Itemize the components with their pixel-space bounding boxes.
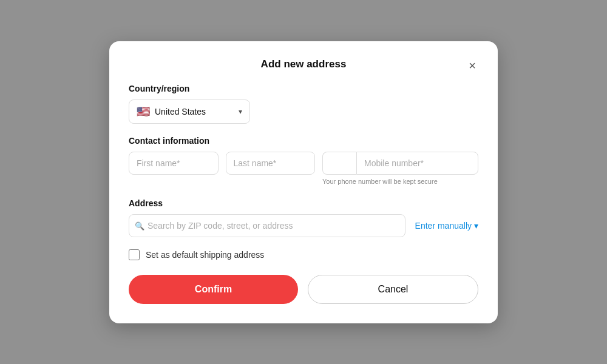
first-name-input[interactable] bbox=[129, 152, 219, 175]
modal-backdrop: Add new address × Country/region 🇺🇸 Unit… bbox=[0, 0, 607, 364]
modal-title: Add new address bbox=[261, 58, 347, 70]
last-name-input[interactable] bbox=[226, 152, 316, 175]
buttons-row: Confirm Cancel bbox=[129, 275, 478, 304]
enter-manually-label: Enter manually bbox=[415, 221, 472, 231]
close-button[interactable]: × bbox=[466, 57, 478, 74]
chevron-down-icon: ▾ bbox=[239, 107, 242, 116]
default-shipping-label[interactable]: Set as default shipping address bbox=[146, 250, 264, 260]
flag-icon: 🇺🇸 bbox=[137, 105, 150, 118]
enter-manually-chevron-icon: ▾ bbox=[474, 221, 478, 231]
phone-inputs: +1 bbox=[322, 152, 478, 175]
add-address-modal: Add new address × Country/region 🇺🇸 Unit… bbox=[109, 41, 498, 323]
default-shipping-checkbox[interactable] bbox=[129, 249, 140, 260]
cancel-button[interactable]: Cancel bbox=[308, 275, 478, 304]
phone-code-input[interactable]: +1 bbox=[322, 152, 356, 175]
contact-row: +1 Your phone number will be kept secure bbox=[129, 152, 478, 185]
phone-number-input[interactable] bbox=[356, 152, 478, 175]
default-address-row: Set as default shipping address bbox=[129, 249, 478, 260]
confirm-button[interactable]: Confirm bbox=[129, 275, 298, 304]
address-search-input[interactable] bbox=[129, 214, 405, 237]
address-search-field: 🔍 bbox=[129, 214, 405, 237]
last-name-wrapper bbox=[226, 152, 316, 175]
country-select[interactable]: 🇺🇸 United States ▾ bbox=[129, 99, 250, 124]
address-section-label: Address bbox=[129, 198, 478, 208]
phone-group: +1 Your phone number will be kept secure bbox=[322, 152, 478, 185]
country-name: United States bbox=[155, 107, 234, 116]
country-section-label: Country/region bbox=[129, 84, 478, 93]
enter-manually-button[interactable]: Enter manually ▾ bbox=[415, 221, 478, 231]
address-search-wrap: 🔍 Enter manually ▾ bbox=[129, 214, 478, 237]
first-name-wrapper bbox=[129, 152, 219, 175]
contact-section-label: Contact information bbox=[129, 136, 478, 146]
phone-secure-note: Your phone number will be kept secure bbox=[322, 178, 478, 185]
search-icon: 🔍 bbox=[135, 221, 144, 230]
modal-header: Add new address × bbox=[129, 58, 478, 70]
